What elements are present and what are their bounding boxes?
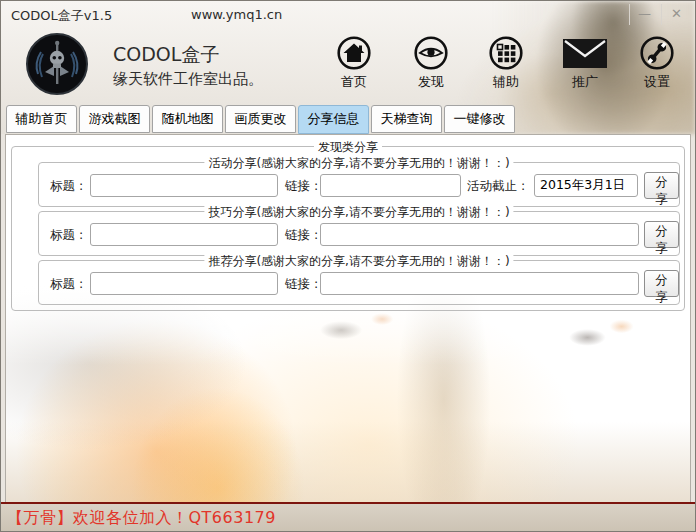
share-group: 发现类分享 活动分享(感谢大家的分享,请不要分享无用的！谢谢！：) 标题 : 链…: [11, 146, 685, 311]
recommend-share-button[interactable]: 分享: [644, 270, 679, 297]
close-button[interactable]: ✕: [661, 4, 691, 25]
tab-random-map[interactable]: 随机地图: [152, 105, 223, 133]
title-label: 标题 :: [50, 276, 83, 293]
tab-onekey-modify[interactable]: 一键修改: [444, 105, 515, 133]
skull-badge-logo-icon: [25, 32, 89, 96]
nav-label-settings: 设置: [625, 73, 689, 91]
footer-bar: 【万骨】欢迎各位加入！QT663179: [1, 502, 695, 531]
tab-helper-home[interactable]: 辅助首页: [6, 105, 77, 133]
home-icon: [322, 35, 386, 71]
nav-item-discover[interactable]: 发现: [399, 35, 463, 91]
close-icon: ✕: [671, 6, 682, 21]
nav-item-settings[interactable]: 设置: [625, 35, 689, 91]
activity-deadline-input[interactable]: [534, 174, 638, 197]
nav-item-promote[interactable]: 推广: [553, 35, 617, 91]
app-name: CODOL盒子: [113, 42, 219, 68]
link-label: 链接 :: [285, 178, 318, 195]
nav-label-discover: 发现: [399, 73, 463, 91]
minimize-icon: —: [638, 6, 651, 21]
nav-label-assist: 辅助: [474, 73, 538, 91]
tips-title-input[interactable]: [90, 223, 278, 246]
share-section-recommend-legend: 推荐分享(感谢大家的分享,请不要分享无用的！谢谢！：): [204, 253, 513, 270]
share-section-recommend: 推荐分享(感谢大家的分享,请不要分享无用的！谢谢！：) 标题 : 链接 : 分享: [38, 260, 680, 305]
footer-announcement: 【万骨】欢迎各位加入！QT663179: [7, 508, 276, 529]
share-section-tips-legend: 技巧分享(感谢大家的分享,请不要分享无用的！谢谢！：): [204, 204, 513, 221]
tab-game-screenshot[interactable]: 游戏截图: [79, 105, 150, 133]
link-label: 链接 :: [285, 276, 318, 293]
activity-title-input[interactable]: [90, 174, 278, 197]
grid-icon: [474, 35, 538, 71]
link-label: 链接 :: [285, 227, 318, 244]
tab-ladder-query[interactable]: 天梯查询: [371, 105, 442, 133]
title-label: 标题 :: [50, 178, 83, 195]
tab-quality-change[interactable]: 画质更改: [225, 105, 296, 133]
wrench-icon: [625, 35, 689, 71]
share-section-tips: 技巧分享(感谢大家的分享,请不要分享无用的！谢谢！：) 标题 : 链接 : 分享: [38, 211, 680, 256]
nav-item-home[interactable]: 首页: [322, 35, 386, 91]
deadline-label: 活动截止 :: [467, 178, 525, 195]
app-tagline: 缘天软件工作室出品。: [113, 70, 263, 89]
app-header: CODOL盒子 缘天软件工作室出品。 首页 发现: [1, 29, 695, 101]
recommend-link-input[interactable]: [320, 272, 639, 295]
app-window: CODOL盒子v1.5 www.ymq1.cn — ✕ CODOL: [0, 0, 696, 532]
share-group-legend: 发现类分享: [314, 139, 382, 156]
activity-share-button[interactable]: 分享: [644, 172, 679, 199]
tips-link-input[interactable]: [320, 223, 639, 246]
title-label: 标题 :: [50, 227, 83, 244]
nav-label-home: 首页: [322, 73, 386, 91]
content-panel: 发现类分享 活动分享(感谢大家的分享,请不要分享无用的！谢谢！：) 标题 : 链…: [5, 134, 691, 504]
minimize-button[interactable]: —: [629, 4, 659, 25]
nav-label-promote: 推广: [553, 73, 617, 91]
share-section-activity-legend: 活动分享(感谢大家的分享,请不要分享无用的！谢谢！：): [204, 155, 513, 172]
eye-icon: [399, 35, 463, 71]
share-section-activity: 活动分享(感谢大家的分享,请不要分享无用的！谢谢！：) 标题 : 链接 : 活动…: [38, 162, 680, 207]
tips-share-button[interactable]: 分享: [644, 221, 679, 248]
window-title: CODOL盒子v1.5: [11, 7, 112, 25]
tab-bar: 辅助首页 游戏截图 随机地图 画质更改 分享信息 天梯查询 一键修改: [1, 101, 695, 134]
tab-share-info[interactable]: 分享信息: [298, 105, 369, 134]
activity-link-input[interactable]: [320, 174, 461, 197]
titlebar: CODOL盒子v1.5 www.ymq1.cn — ✕: [1, 1, 695, 29]
window-site-url: www.ymq1.cn: [191, 7, 282, 22]
nav-item-assist[interactable]: 辅助: [474, 35, 538, 91]
recommend-title-input[interactable]: [90, 272, 278, 295]
envelope-icon: [553, 35, 617, 71]
